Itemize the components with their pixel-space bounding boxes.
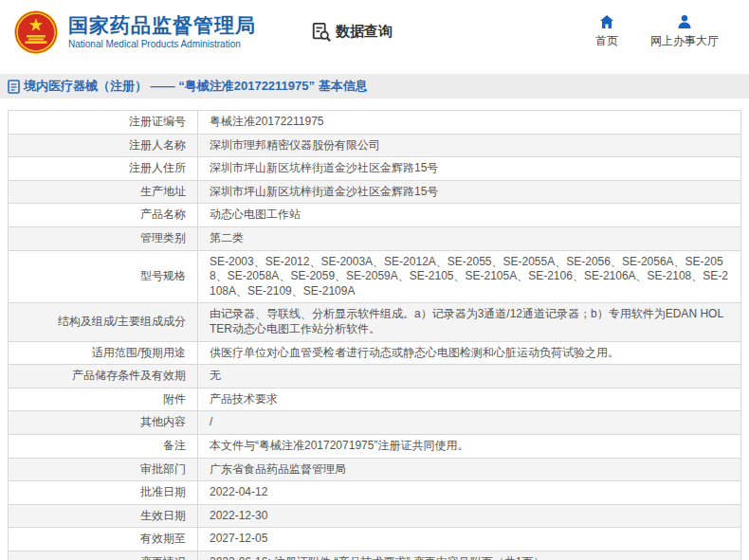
table-row: 产品名称动态心电图工作站: [9, 204, 741, 227]
row-value: 无: [198, 365, 741, 388]
row-label: 管理类别: [9, 226, 198, 250]
table-row: 有效期至2027-12-05: [9, 528, 741, 551]
row-value: 由记录器、导联线、分析显示软件组成。a）记录器为3通道/12通道记录器；b）专用…: [198, 303, 741, 341]
table-row: 备注本文件与“粤械注准20172071975”注册证共同使用。: [9, 434, 741, 458]
row-value: /: [198, 411, 741, 435]
row-label: 注册人名称: [9, 134, 198, 157]
table-row: 产品储存条件及有效期无: [9, 365, 741, 388]
page-title: 境内医疗器械（注册） —— “粤械注准20172211975” 基本信息: [24, 78, 368, 95]
row-label: 其他内容: [9, 411, 198, 435]
row-value: 深圳市坪山新区坑梓街道金沙社区金辉路15号: [198, 180, 741, 204]
header-links: 首页 网上办事大厅: [595, 14, 736, 49]
table-row: 附件产品技术要求: [9, 388, 741, 411]
row-label: 注册人住所: [9, 157, 198, 181]
row-value: 深圳市理邦精密仪器股份有限公司: [198, 134, 741, 157]
row-value: 2022-12-30: [198, 504, 741, 528]
info-table: 注册证编号粤械注准20172211975注册人名称深圳市理邦精密仪器股份有限公司…: [8, 110, 741, 560]
home-link[interactable]: 首页: [595, 14, 618, 49]
table-row: 结构及组成/主要组成成分由记录器、导联线、分析显示软件组成。a）记录器为3通道/…: [9, 303, 741, 341]
row-label: 产品名称: [9, 204, 198, 227]
row-label: 产品储存条件及有效期: [9, 365, 198, 388]
data-query-label: 数据查询: [336, 23, 393, 41]
row-value: 2022-06-16: 注册证附件 “产品技术要求” 变更内容见附页（共1页）。: [198, 551, 741, 560]
table-row: 其他内容/: [9, 411, 741, 435]
home-icon: [599, 14, 614, 29]
online-hall-link[interactable]: 网上办事大厅: [650, 14, 719, 49]
row-label: 附件: [9, 388, 198, 411]
document-icon: [8, 80, 20, 94]
row-value: 2022-04-12: [198, 481, 741, 505]
row-label: 备注: [9, 434, 198, 458]
row-label: 生产地址: [9, 180, 198, 204]
page-header: 国家药品监督管理局 National Medical Products Admi…: [0, 0, 749, 63]
online-hall-label: 网上办事大厅: [650, 33, 719, 49]
row-value: 供医疗单位对心血管受检者进行动态或静态心电图检测和心脏运动负荷试验之用。: [198, 341, 741, 365]
row-label: 有效期至: [9, 528, 198, 551]
national-emblem-logo: [13, 9, 59, 55]
home-link-label: 首页: [595, 33, 618, 49]
row-value: 动态心电图工作站: [198, 204, 741, 227]
breadcrumb-title-bar: 境内医疗器械（注册） —— “粤械注准20172211975” 基本信息: [0, 74, 749, 99]
row-value: 深圳市坪山新区坑梓街道金沙社区金辉路15号: [198, 157, 741, 181]
table-row: 生产地址深圳市坪山新区坑梓街道金沙社区金辉路15号: [9, 180, 741, 204]
org-title-block: 国家药品监督管理局 National Medical Products Admi…: [68, 14, 256, 49]
org-name-en: National Medical Products Administration: [68, 39, 256, 49]
person-icon: [677, 14, 692, 29]
table-row: 审批部门广东省食品药品监督管理局: [9, 458, 741, 481]
table-row: 注册人住所深圳市坪山新区坑梓街道金沙社区金辉路15号: [9, 157, 741, 181]
row-label: 注册证编号: [9, 111, 198, 135]
table-row: 管理类别第二类: [9, 226, 741, 250]
row-label: 变更情况: [9, 551, 198, 560]
row-label: 型号规格: [9, 250, 198, 303]
row-value: 本文件与“粤械注准20172071975”注册证共同使用。: [198, 434, 741, 458]
row-label: 批准日期: [9, 481, 198, 505]
row-value: 第二类: [198, 226, 741, 250]
row-label: 审批部门: [9, 458, 198, 481]
table-row: 适用范围/预期用途供医疗单位对心血管受检者进行动态或静态心电图检测和心脏运动负荷…: [9, 341, 741, 365]
row-value: 产品技术要求: [198, 388, 741, 411]
org-name-cn: 国家药品监督管理局: [68, 14, 256, 36]
row-value: 粤械注准20172211975: [198, 111, 741, 135]
table-row: 变更情况2022-06-16: 注册证附件 “产品技术要求” 变更内容见附页（共…: [9, 551, 741, 560]
row-label: 生效日期: [9, 504, 198, 528]
row-label: 结构及组成/主要组成成分: [9, 303, 198, 341]
data-query-nav[interactable]: 数据查询: [311, 22, 393, 43]
table-row: 生效日期2022-12-30: [9, 504, 741, 528]
row-value: 广东省食品药品监督管理局: [198, 458, 741, 481]
info-table-body: 注册证编号粤械注准20172211975注册人名称深圳市理邦精密仪器股份有限公司…: [9, 111, 741, 560]
table-row: 批准日期2022-04-12: [9, 481, 741, 505]
table-row: 注册证编号粤械注准20172211975: [9, 111, 741, 135]
row-value: SE-2003、SE-2012、SE-2003A、SE-2012A、SE-205…: [198, 250, 741, 303]
table-row: 型号规格SE-2003、SE-2012、SE-2003A、SE-2012A、SE…: [9, 250, 741, 303]
row-label: 适用范围/预期用途: [9, 341, 198, 365]
table-row: 注册人名称深圳市理邦精密仪器股份有限公司: [9, 134, 741, 157]
document-search-icon: [311, 22, 332, 43]
row-value: 2027-12-05: [198, 528, 741, 551]
